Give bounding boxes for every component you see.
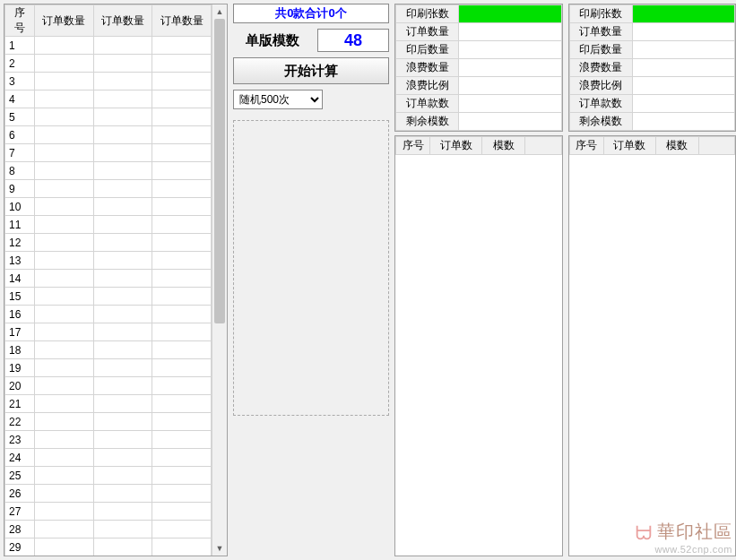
stats-label: 浪费比例: [569, 77, 632, 95]
table-row[interactable]: 6: [5, 126, 212, 144]
table-row[interactable]: 26: [5, 485, 212, 503]
table-row[interactable]: 5: [5, 108, 212, 126]
calculate-button[interactable]: 开始计算: [233, 57, 389, 84]
stats-label: 订单款数: [396, 95, 459, 113]
stats-table-2: 印刷张数订单数量印后数量浪费数量浪费比例订单款数剩余模数: [568, 4, 737, 132]
order-grid-header: 订单数量: [34, 5, 93, 37]
table-row[interactable]: 23: [5, 431, 212, 449]
stats-label: 印后数量: [569, 41, 632, 59]
stats-label: 订单款数: [569, 95, 632, 113]
summary-label: 共0款合计0个: [233, 4, 389, 23]
result-panel-1: 印刷张数订单数量印后数量浪费数量浪费比例订单款数剩余模数 序号订单数模数: [394, 4, 563, 556]
order-grid-header: 订单数量: [93, 5, 152, 37]
stats-label: 印刷张数: [569, 5, 632, 23]
result-grid-header: 模数: [482, 137, 525, 155]
table-row[interactable]: 9: [5, 180, 212, 198]
stats-label: 印刷张数: [396, 5, 459, 23]
result-panel-2: 印刷张数订单数量印后数量浪费数量浪费比例订单款数剩余模数 序号订单数模数: [568, 4, 737, 556]
table-row[interactable]: 12: [5, 234, 212, 252]
stats-value: [459, 59, 562, 77]
table-row[interactable]: 19: [5, 359, 212, 377]
stats-value: [632, 23, 735, 41]
stats-value: [459, 113, 562, 131]
table-row[interactable]: 11: [5, 216, 212, 234]
stats-value: [459, 77, 562, 95]
table-row[interactable]: 14: [5, 270, 212, 288]
order-grid-header: 序号: [5, 5, 35, 37]
table-row[interactable]: 21: [5, 395, 212, 413]
stats-value: [632, 5, 735, 23]
table-row[interactable]: 17: [5, 323, 212, 341]
stats-value: [632, 95, 735, 113]
stats-label: 浪费数量: [569, 59, 632, 77]
control-panel: 共0款合计0个 单版模数 开始计算 随机500次: [233, 4, 389, 556]
table-row[interactable]: 25: [5, 467, 212, 485]
stats-label: 浪费数量: [396, 59, 459, 77]
stats-value: [632, 41, 735, 59]
scroll-up-icon[interactable]: ▲: [212, 4, 227, 19]
stats-label: 印后数量: [396, 41, 459, 59]
stats-label: 订单数量: [569, 23, 632, 41]
stats-label: 订单数量: [396, 23, 459, 41]
stats-label: 浪费比例: [396, 77, 459, 95]
random-count-select[interactable]: 随机500次: [233, 90, 323, 109]
mold-count-input[interactable]: [317, 29, 389, 52]
scroll-thumb[interactable]: [214, 19, 225, 323]
table-row[interactable]: 1: [5, 37, 212, 55]
stats-value: [632, 113, 735, 131]
mold-count-label: 单版模数: [233, 32, 312, 49]
result-grid-header: 订单数: [430, 137, 482, 155]
table-row[interactable]: 7: [5, 144, 212, 162]
order-grid-header: 订单数量: [152, 5, 212, 37]
stats-label: 剩余模数: [396, 113, 459, 131]
table-row[interactable]: 20: [5, 377, 212, 395]
result-grid-2[interactable]: 序号订单数模数: [568, 135, 737, 556]
order-grid[interactable]: 序号订单数量订单数量订单数量12345678910111213141516171…: [4, 4, 212, 556]
table-row[interactable]: 13: [5, 252, 212, 270]
order-grid-panel: 序号订单数量订单数量订单数量12345678910111213141516171…: [4, 4, 228, 556]
table-row[interactable]: 15: [5, 288, 212, 306]
table-row[interactable]: 4: [5, 90, 212, 108]
table-row[interactable]: 16: [5, 306, 212, 323]
stats-label: 剩余模数: [569, 113, 632, 131]
table-row[interactable]: 29: [5, 538, 212, 556]
stats-table-1: 印刷张数订单数量印后数量浪费数量浪费比例订单款数剩余模数: [394, 4, 563, 132]
result-grid-header: 序号: [569, 137, 603, 155]
result-grid-header: 模数: [655, 137, 698, 155]
table-row[interactable]: 3: [5, 73, 212, 90]
table-row[interactable]: 28: [5, 521, 212, 538]
table-row[interactable]: 10: [5, 198, 212, 216]
stats-value: [459, 41, 562, 59]
table-row[interactable]: 2: [5, 55, 212, 73]
table-row[interactable]: 8: [5, 162, 212, 180]
table-row[interactable]: 18: [5, 341, 212, 359]
table-row[interactable]: 24: [5, 449, 212, 467]
preview-area: [233, 120, 389, 416]
scroll-down-icon[interactable]: ▼: [212, 541, 227, 556]
stats-value: [459, 95, 562, 113]
stats-value: [459, 23, 562, 41]
result-grid-header: 序号: [396, 137, 430, 155]
stats-value: [632, 77, 735, 95]
order-grid-scrollbar[interactable]: ▲ ▼: [212, 4, 227, 556]
table-row[interactable]: 22: [5, 413, 212, 431]
result-grid-1[interactable]: 序号订单数模数: [394, 135, 563, 556]
stats-value: [459, 5, 562, 23]
stats-value: [632, 59, 735, 77]
table-row[interactable]: 27: [5, 503, 212, 521]
result-grid-header: 订单数: [603, 137, 655, 155]
